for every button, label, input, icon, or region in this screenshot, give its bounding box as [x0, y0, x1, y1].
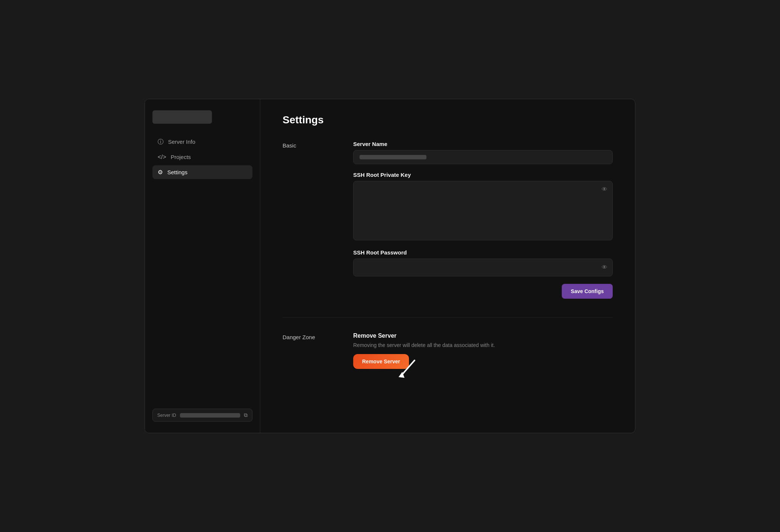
sidebar-logo — [152, 110, 212, 124]
remove-server-button[interactable]: Remove Server — [353, 354, 409, 369]
basic-section-content: Server Name SSH Root Private Key 👁 — [353, 141, 613, 299]
sidebar: ⓘ Server Info </> Projects ⚙ Settings Se… — [145, 99, 260, 433]
ssh-password-label: SSH Root Password — [353, 249, 613, 256]
remove-server-desc: Removing the server will delete all the … — [353, 342, 613, 348]
sidebar-item-label: Projects — [171, 154, 191, 160]
save-btn-row: Save Configs — [353, 284, 613, 299]
ssh-password-eye-icon[interactable]: 👁 — [602, 264, 607, 271]
server-id-label: Server ID — [157, 413, 176, 418]
page-title: Settings — [283, 114, 613, 126]
danger-zone-label: Danger Zone — [283, 332, 331, 369]
ssh-key-label: SSH Root Private Key — [353, 172, 613, 178]
server-id-bar: Server ID ⧉ — [152, 409, 252, 422]
server-name-label: Server Name — [353, 141, 613, 147]
ssh-key-group: SSH Root Private Key 👁 — [353, 172, 613, 242]
sidebar-footer: Server ID ⧉ — [152, 409, 252, 422]
sidebar-item-projects[interactable]: </> Projects — [152, 150, 252, 164]
settings-layout: Basic Server Name SSH Root Private Key — [283, 141, 613, 384]
sidebar-nav: ⓘ Server Info </> Projects ⚙ Settings — [152, 135, 252, 179]
basic-section: Basic Server Name SSH Root Private Key — [283, 141, 613, 314]
sidebar-item-settings[interactable]: ⚙ Settings — [152, 165, 252, 179]
sidebar-item-server-info[interactable]: ⓘ Server Info — [152, 135, 252, 149]
copy-icon[interactable]: ⧉ — [244, 412, 248, 418]
danger-zone-content: Remove Server Removing the server will d… — [353, 332, 613, 369]
server-id-value — [180, 413, 240, 418]
ssh-key-textarea-wrapper: 👁 — [353, 181, 613, 242]
code-icon: </> — [158, 154, 166, 160]
danger-zone-section: Danger Zone Remove Server Removing the s… — [283, 332, 613, 384]
app-window: ⓘ Server Info </> Projects ⚙ Settings Se… — [145, 99, 635, 433]
server-name-group: Server Name — [353, 141, 613, 164]
ssh-password-wrapper: 👁 — [353, 259, 613, 276]
server-name-input-wrapper[interactable] — [353, 150, 613, 164]
ssh-key-eye-icon[interactable]: 👁 — [602, 186, 607, 193]
ssh-password-group: SSH Root Password 👁 — [353, 249, 613, 276]
ssh-key-input[interactable] — [353, 181, 613, 240]
ssh-password-input[interactable] — [353, 259, 613, 276]
basic-section-label: Basic — [283, 141, 331, 299]
sidebar-item-label: Settings — [167, 169, 187, 175]
remove-server-group: Remove Server Removing the server will d… — [353, 332, 613, 369]
remove-server-title: Remove Server — [353, 332, 613, 339]
info-icon: ⓘ — [158, 139, 164, 145]
sidebar-item-label: Server Info — [168, 139, 195, 145]
section-divider — [283, 317, 613, 318]
gear-icon: ⚙ — [158, 169, 163, 175]
server-name-blurred — [360, 155, 426, 159]
main-content: Settings Basic Server Name SSH Root Priv… — [260, 99, 635, 433]
save-configs-button[interactable]: Save Configs — [562, 284, 613, 299]
